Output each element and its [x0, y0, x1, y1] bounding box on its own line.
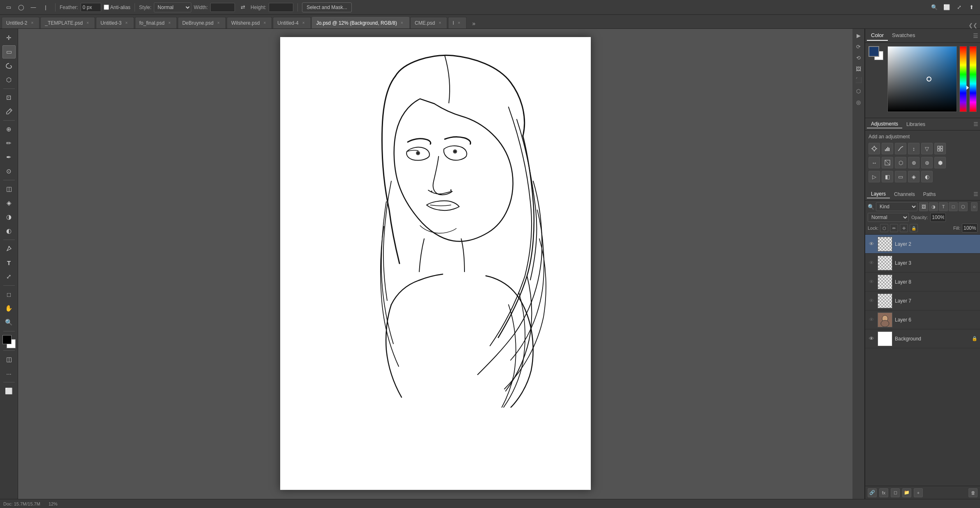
color-tab[interactable]: Color [867, 30, 888, 41]
marquee-tool-btn[interactable]: ▭ [2, 45, 16, 58]
grid-btn[interactable]: ⬢ [934, 157, 946, 168]
rectangle-marquee-btn[interactable]: ▭ [3, 2, 14, 13]
eyedropper-btn[interactable] [2, 105, 16, 118]
add-layer-style-btn[interactable]: fx [879, 488, 888, 497]
link-layers-btn[interactable]: 🔗 [868, 488, 877, 497]
background-vis-btn[interactable]: 👁 [868, 335, 875, 343]
share-btn[interactable]: ⬆ [966, 2, 977, 13]
exposure-btn[interactable]: ↕ [908, 143, 920, 154]
filter-toggle-btn[interactable]: ○ [971, 202, 978, 211]
type-tool-btn[interactable]: T [2, 256, 16, 269]
layer-item-layer3[interactable]: 👁 Layer 3 [865, 254, 980, 273]
anti-alias-checkbox[interactable] [104, 5, 109, 10]
adjustments-tab[interactable]: Adjustments [867, 120, 902, 128]
canvas-area[interactable] [18, 29, 852, 499]
shape-tool-btn[interactable]: □ [2, 288, 16, 301]
panel-sync-btn[interactable]: ⟳ [854, 42, 864, 51]
lock-position-btn[interactable]: ✏ [890, 224, 898, 232]
lasso-tool-btn[interactable] [2, 59, 16, 72]
tab-close-wilshere[interactable]: × [262, 20, 267, 26]
layers-tab[interactable]: Layers [867, 190, 890, 198]
layer3-vis-btn[interactable]: 👁 [868, 259, 875, 267]
bw-btn[interactable] [882, 157, 893, 168]
tab-jo-psd[interactable]: Jo.psd @ 12% (Background, RGB/8) × [312, 17, 409, 28]
opacity-input[interactable] [930, 213, 946, 222]
layers-blend-mode-select[interactable]: Normal Multiply Screen Overlay Darken Li… [868, 213, 909, 222]
style-select[interactable]: Normal Fixed Ratio Fixed Size [154, 2, 191, 12]
single-row-marquee-btn[interactable]: — [28, 2, 39, 13]
ellipse-marquee-btn[interactable]: ◯ [16, 2, 26, 13]
curves-btn[interactable] [895, 143, 906, 154]
layer8-vis-btn[interactable]: 👁 [868, 278, 875, 286]
paths-tab[interactable]: Paths [919, 191, 940, 198]
tab-close-debruyne[interactable]: × [216, 20, 221, 26]
swap-dimensions-btn[interactable]: ⇄ [237, 2, 248, 13]
lock-artboard-btn[interactable]: ✛ [900, 224, 908, 232]
tab-untitled4[interactable]: Untitled-4 × [273, 17, 311, 28]
posterize-btn[interactable]: ◧ [882, 171, 893, 182]
zoom-tool-btn[interactable]: 🔍 [2, 316, 16, 329]
gradient-btn[interactable]: ◈ [2, 196, 16, 210]
tab-close-template[interactable]: × [85, 20, 91, 26]
tab-close-jo[interactable]: × [399, 20, 405, 26]
vibrance-btn[interactable]: ▽ [921, 143, 933, 154]
layer7-vis-btn[interactable]: 👁 [868, 297, 875, 305]
panel-chart-btn[interactable]: ◎ [854, 97, 864, 107]
tab-wilshere[interactable]: Wilshere.psd × [227, 17, 272, 28]
tab-i[interactable]: I × [448, 17, 466, 28]
layer-item-layer7[interactable]: 👁 Layer 7 [865, 291, 980, 310]
panel-layer-btn[interactable]: ⬛ [854, 75, 864, 85]
layer2-vis-btn[interactable]: 👁 [868, 240, 875, 248]
tab-close-untitled2[interactable]: × [29, 20, 35, 26]
layers-panel-options[interactable]: ☰ [973, 191, 978, 197]
new-group-btn[interactable]: 📁 [902, 488, 911, 497]
invert-btn[interactable]: ▷ [869, 171, 880, 182]
layer6-vis-btn[interactable]: 👁 [868, 316, 875, 324]
fill-input[interactable] [962, 224, 978, 233]
color-swatch-area[interactable] [2, 335, 16, 348]
eraser-btn[interactable]: ◫ [2, 182, 16, 196]
panel-3d-btn[interactable]: ⬡ [854, 86, 864, 96]
brush-tool-btn[interactable]: ✏ [2, 137, 16, 150]
layer-item-background[interactable]: 👁 Background 🔒 [865, 329, 980, 348]
panel-play-btn[interactable]: ▶ [854, 30, 864, 40]
filter-shape-btn[interactable]: □ [949, 202, 958, 211]
foreground-color-swatch[interactable] [2, 335, 12, 344]
feather-input[interactable] [81, 3, 101, 12]
crop-tool-btn[interactable]: ⊡ [2, 91, 16, 104]
swatches-tab[interactable]: Swatches [888, 30, 919, 41]
brightness-contrast-btn[interactable] [869, 143, 880, 154]
hand-tool-btn[interactable]: ✋ [2, 302, 16, 315]
move-tool-btn[interactable]: ✛ [2, 31, 16, 44]
filter-pixel-btn[interactable]: 🖼 [919, 202, 928, 211]
filter-adj-btn[interactable]: ◑ [929, 202, 938, 211]
path-select-btn[interactable]: ⤢ [2, 270, 16, 283]
threshold-btn[interactable]: ▭ [895, 171, 906, 182]
blur-btn[interactable]: ◑ [2, 210, 16, 224]
more-tools-btn[interactable]: ··· [2, 367, 16, 380]
layer-item-layer8[interactable]: 👁 Layer 8 [865, 273, 980, 291]
tab-template[interactable]: _TEMPLATE.psd × [40, 17, 95, 28]
hsl-btn[interactable] [934, 143, 946, 154]
layers-kind-select[interactable]: Kind Name Effect Mode Attribute Color Sm… [876, 202, 917, 211]
dodge-btn[interactable]: ◐ [2, 224, 16, 238]
color-lookup-btn[interactable]: ⊛ [921, 157, 933, 168]
adj-panel-options[interactable]: ☰ [973, 121, 978, 127]
search-btn[interactable]: 🔍 [929, 2, 940, 13]
channel-mixer-btn[interactable]: ⊕ [908, 157, 920, 168]
tabs-overflow-btn[interactable]: » [469, 19, 479, 28]
lock-pixels-btn[interactable]: ⬡ [880, 224, 888, 232]
tab-debruyne[interactable]: DeBruyne.psd × [178, 17, 226, 28]
add-mask-btn[interactable]: ◻ [891, 488, 900, 497]
color-gradient-box[interactable] [887, 46, 957, 112]
levels-btn[interactable] [882, 143, 893, 154]
panel-img-btn[interactable]: 🖼 [854, 64, 864, 74]
magic-wand-btn[interactable]: ⬡ [2, 73, 16, 86]
lock-all-btn[interactable]: 🔒 [910, 224, 918, 232]
tab-cme[interactable]: CME.psd × [410, 17, 447, 28]
screen-mode-btn-left[interactable]: ⬜ [2, 384, 16, 398]
tab-close-untitled4[interactable]: × [301, 20, 307, 26]
quick-mask-btn[interactable]: ◫ [2, 353, 16, 366]
channels-tab[interactable]: Channels [890, 191, 919, 198]
panel-rotate-btn[interactable]: ⟲ [854, 53, 864, 63]
